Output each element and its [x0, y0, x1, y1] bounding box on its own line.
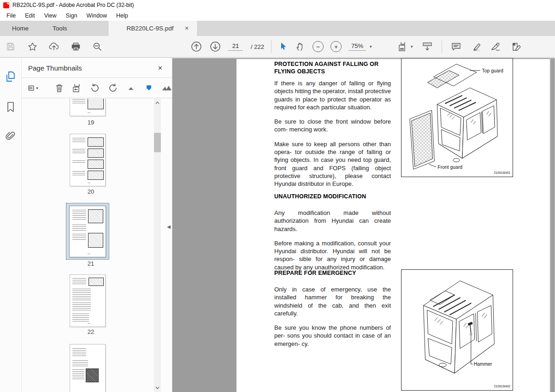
menu-view[interactable]: View	[40, 12, 61, 20]
hand-icon	[295, 42, 306, 52]
hand-tool-button[interactable]	[295, 40, 306, 53]
chevron-down-icon: ▾	[36, 86, 38, 90]
select-tool-button[interactable]	[278, 40, 289, 53]
section-heading: PROTECTION AGAINST FALLING OR FLYING OBJ…	[274, 60, 391, 75]
toolbar-divider	[271, 40, 272, 53]
figure-code: 21091SH01	[494, 171, 510, 174]
zoom-level-dropdown[interactable]: 75% ▾	[348, 42, 372, 51]
scrolling-mode-button[interactable]	[422, 40, 433, 53]
tab-document[interactable]: RB220LC-9S.pdf ✕	[108, 21, 198, 36]
paragraph: Make sure to keep all persons other than…	[274, 140, 391, 188]
thumbnail-page-23[interactable]	[70, 344, 106, 392]
save-icon	[6, 42, 15, 51]
thumbnail-label-20: 20	[22, 188, 160, 195]
fit-width-dropdown[interactable]: ▾	[397, 40, 413, 53]
next-page-button[interactable]	[209, 40, 221, 53]
rotate-counterclockwise-button[interactable]	[90, 81, 100, 95]
tab-document-label: RB220LC-9S.pdf	[127, 25, 174, 32]
menu-edit[interactable]: Edit	[20, 12, 40, 20]
paragraph: Only in case of emergency, use the insta…	[274, 285, 391, 317]
paragraph: If there is any danger of falling or fly…	[274, 79, 391, 111]
tab-home[interactable]: Home	[0, 21, 41, 36]
bookmarks-rail-button[interactable]	[6, 101, 15, 113]
page-thumbnails-panel: Page Thumbnails ✕ ▾	[22, 58, 172, 392]
thumbnail-page-22[interactable]	[70, 274, 106, 327]
menu-file[interactable]: File	[2, 12, 20, 20]
page-thumbnails-icon	[5, 71, 16, 83]
bookmark-icon	[6, 101, 15, 113]
printer-icon	[71, 42, 81, 51]
zoom-out-button[interactable]: −	[313, 41, 324, 52]
section-prepare-for-emergency: PREPARE FOR EMERGENCY Only in case of em…	[274, 269, 391, 354]
acrobat-window: RB220LC-9S.pdf - Adobe Acrobat Pro DC (3…	[0, 0, 555, 392]
thumbnail-options-dropdown[interactable]: ▾	[28, 81, 38, 95]
options-list-icon	[28, 84, 34, 92]
scroll-down-icon[interactable]	[154, 385, 160, 391]
edit-pdf-button[interactable]	[510, 40, 522, 53]
paragraph: Be sure you know the phone numbers of pe…	[274, 324, 391, 348]
document-pane: PROTECTION AGAINST FALLING OR FLYING OBJ…	[172, 58, 555, 392]
edit-document-icon	[510, 42, 522, 52]
thumbnail-page-20[interactable]	[70, 134, 106, 186]
zoom-in-button[interactable]: +	[331, 41, 342, 52]
search-icon	[93, 42, 102, 52]
enlarge-thumbnails-button[interactable]	[162, 81, 172, 95]
reduce-thumbnails-button[interactable]	[126, 81, 136, 95]
main-area: Page Thumbnails ✕ ▾	[0, 58, 555, 392]
tab-tools[interactable]: Tools	[41, 21, 79, 36]
find-button[interactable]	[92, 40, 102, 53]
star-button[interactable]	[27, 40, 37, 53]
page-down-icon	[209, 41, 221, 53]
delete-pages-button[interactable]	[54, 81, 64, 95]
fountain-pen-icon	[490, 42, 502, 52]
crop-pages-icon	[72, 83, 82, 93]
chevron-down-icon: ▾	[411, 44, 413, 49]
acrobat-logo-icon	[3, 2, 9, 8]
print-button[interactable]	[71, 40, 81, 53]
close-panel-icon[interactable]: ✕	[156, 64, 165, 72]
menu-bar: File Edit View Sign Window Help	[0, 10, 555, 21]
thumbnail-size-slider[interactable]	[144, 81, 154, 95]
thumbnail-page-19[interactable]	[70, 99, 106, 116]
panel-header: Page Thumbnails ✕	[22, 58, 172, 78]
page-total-label: / 222	[251, 43, 264, 50]
zoom-level-value: 75%	[348, 42, 366, 51]
save-button[interactable]	[6, 40, 16, 53]
document-scrollbar-thumb[interactable]	[551, 58, 555, 392]
figure-label-front-guard: Front guard	[437, 165, 462, 170]
excavator-cab-hammer-illustration: Hammer 21091SH02	[401, 270, 513, 390]
trash-icon	[55, 83, 64, 93]
attachments-rail-button[interactable]	[5, 131, 16, 142]
highlight-button[interactable]	[470, 40, 481, 53]
menu-window[interactable]: Window	[82, 12, 112, 20]
scrollbar-thumb[interactable]	[154, 133, 161, 152]
close-tab-icon[interactable]: ✕	[183, 24, 191, 32]
rotate-cw-icon	[108, 83, 118, 93]
document-scrollbar[interactable]	[550, 58, 555, 392]
page-thumbnails-rail-button[interactable]	[5, 71, 16, 83]
scrolling-page-icon	[422, 41, 433, 52]
comment-button[interactable]	[451, 40, 461, 53]
previous-page-button[interactable]	[190, 40, 202, 53]
section-heading: PREPARE FOR EMERGENCY	[274, 269, 391, 277]
share-cloud-button[interactable]	[49, 40, 59, 53]
page-number-input[interactable]	[228, 42, 243, 51]
fill-sign-button[interactable]	[490, 40, 502, 53]
thumbnail-page-21[interactable]	[69, 206, 106, 257]
collapse-panel-icon[interactable]: ◀	[167, 224, 171, 229]
small-mountain-icon	[127, 85, 135, 91]
rotate-clockwise-button[interactable]	[108, 81, 118, 95]
menu-help[interactable]: Help	[112, 12, 133, 20]
crop-pages-button[interactable]	[72, 81, 82, 95]
thumbnails-scrollbar[interactable]	[154, 99, 161, 392]
paragraph: Any modification made without authorizat…	[274, 209, 391, 233]
section-protection: PROTECTION AGAINST FALLING OR FLYING OBJ…	[274, 60, 391, 195]
scroll-up-icon[interactable]	[154, 100, 160, 106]
cloud-upload-icon	[49, 42, 59, 51]
panel-title: Page Thumbnails	[28, 64, 156, 72]
thumbnails-list: 19 20	[22, 99, 160, 392]
figure-label-hammer: Hammer	[474, 362, 492, 367]
menu-sign[interactable]: Sign	[61, 12, 82, 20]
window-title: RB220LC-9S.pdf - Adobe Acrobat Pro DC (3…	[12, 2, 134, 8]
figure-label-top-guard: Top guard	[482, 68, 503, 73]
